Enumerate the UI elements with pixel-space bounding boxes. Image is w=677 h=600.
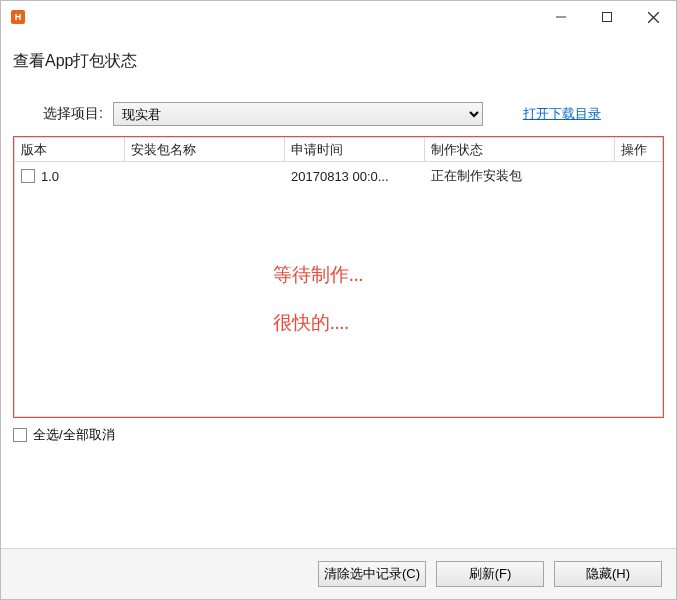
titlebar: H (1, 1, 676, 33)
select-all-checkbox[interactable] (13, 428, 27, 442)
row-checkbox[interactable] (21, 169, 35, 183)
svg-rect-1 (603, 13, 612, 22)
page-title: 查看App打包状态 (13, 51, 664, 72)
controls-row: 选择项目: 现实君 打开下载目录 (1, 82, 676, 134)
app-window: H 查看App打包状态 选择项目: 现实君 打开下载目录 版本 安装包名称 (0, 0, 677, 600)
select-all-row: 全选/全部取消 (1, 424, 676, 446)
select-project-label: 选择项目: (43, 105, 103, 123)
window-controls (538, 1, 676, 33)
refresh-button[interactable]: 刷新(F) (436, 561, 544, 587)
app-icon: H (9, 8, 27, 26)
cell-status: 正在制作安装包 (425, 164, 615, 188)
cell-pkgname (125, 173, 285, 179)
hide-button[interactable]: 隐藏(H) (554, 561, 662, 587)
cell-time: 20170813 00:0... (285, 166, 425, 187)
col-header-action[interactable]: 操作 (615, 138, 662, 161)
open-download-dir-link[interactable]: 打开下载目录 (523, 105, 601, 123)
app-icon-letter: H (11, 10, 25, 24)
cell-version-text: 1.0 (41, 169, 59, 184)
table-header: 版本 安装包名称 申请时间 制作状态 操作 (15, 138, 662, 162)
overlay-waiting-text: 等待制作... (273, 262, 363, 288)
project-select[interactable]: 现实君 (113, 102, 483, 126)
spacer (1, 446, 676, 548)
header: 查看App打包状态 (1, 33, 676, 82)
maximize-button[interactable] (584, 1, 630, 33)
clear-selected-button[interactable]: 清除选中记录(C) (318, 561, 426, 587)
col-header-status[interactable]: 制作状态 (425, 138, 615, 161)
select-all-label: 全选/全部取消 (33, 426, 115, 444)
col-header-version[interactable]: 版本 (15, 138, 125, 161)
table-row[interactable]: 1.0 20170813 00:0... 正在制作安装包 (15, 162, 662, 190)
cell-version: 1.0 (15, 166, 125, 187)
cell-action (615, 173, 662, 179)
footer: 清除选中记录(C) 刷新(F) 隐藏(H) (1, 548, 676, 599)
col-header-pkgname[interactable]: 安装包名称 (125, 138, 285, 161)
minimize-button[interactable] (538, 1, 584, 33)
close-button[interactable] (630, 1, 676, 33)
col-header-time[interactable]: 申请时间 (285, 138, 425, 161)
table-inner: 版本 安装包名称 申请时间 制作状态 操作 1.0 20170813 00:0.… (14, 137, 663, 417)
overlay-soon-text: 很快的.... (273, 310, 349, 336)
table-container: 版本 安装包名称 申请时间 制作状态 操作 1.0 20170813 00:0.… (13, 136, 664, 418)
